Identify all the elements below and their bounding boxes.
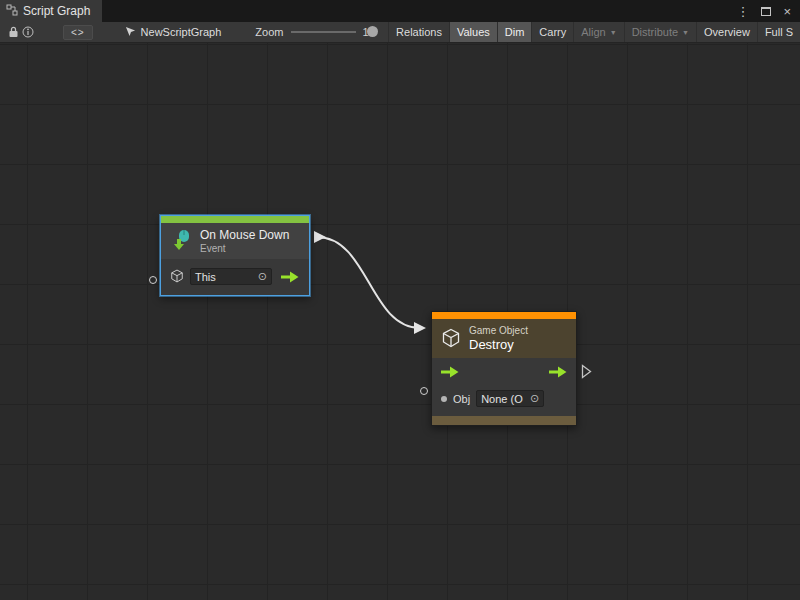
destroy-node-title: Destroy	[469, 337, 528, 352]
distribute-button[interactable]: Distribute▼	[624, 22, 696, 42]
toolbar-buttons: Relations Values Dim Carry Align▼ Distri…	[388, 22, 800, 42]
event-node-header[interactable]: On Mouse Down Event	[161, 223, 309, 259]
wire-end-arrowhead	[414, 322, 426, 334]
relations-button[interactable]: Relations	[388, 22, 449, 42]
maximize-icon[interactable]	[761, 7, 771, 16]
connection-layer	[0, 43, 800, 600]
fullscreen-label: Full S	[765, 26, 793, 38]
destroy-node-accent-bar	[432, 312, 576, 319]
graph-toolbar: <> NewScriptGraph Zoom 1x Relations Valu…	[0, 22, 800, 42]
destroy-output-flow-port[interactable]	[549, 366, 567, 380]
zoom-slider-knob[interactable]	[367, 26, 378, 37]
values-label: Values	[457, 26, 490, 38]
event-node-accent-bar	[161, 216, 309, 223]
destroy-node-header[interactable]: Game Object Destroy	[432, 319, 576, 358]
event-target-port-row: This ⊙	[170, 268, 299, 285]
graph-asset-icon	[125, 26, 136, 39]
destroy-node-body: Obj None (O ⊙	[432, 358, 576, 416]
script-graph-icon	[6, 4, 18, 19]
node-destroy[interactable]: Game Object Destroy Obj None (O ⊙	[431, 311, 577, 426]
code-view-button[interactable]: <>	[63, 25, 93, 40]
graph-name: NewScriptGraph	[141, 26, 222, 38]
game-object-cube-icon	[441, 328, 461, 350]
object-picker-icon[interactable]: ⊙	[530, 392, 539, 405]
event-node-titles: On Mouse Down Event	[200, 228, 289, 254]
lock-icon[interactable]	[6, 26, 20, 38]
info-icon[interactable]	[20, 26, 34, 38]
flow-wire[interactable]	[317, 237, 420, 328]
obj-object-value: None (O	[481, 393, 523, 405]
node-on-mouse-down[interactable]: On Mouse Down Event This ⊙	[160, 215, 310, 296]
obj-port-label: Obj	[453, 393, 470, 405]
wire-start-arrowhead	[314, 231, 326, 243]
obj-value-input-port[interactable]	[420, 387, 428, 395]
destroy-node-pretitle: Game Object	[469, 325, 528, 336]
target-object-field[interactable]: This ⊙	[190, 268, 272, 285]
destroy-node-titles: Game Object Destroy	[469, 325, 528, 352]
destroy-output-port-triangle[interactable]	[581, 364, 592, 379]
close-icon[interactable]: ×	[783, 5, 791, 18]
relations-label: Relations	[396, 26, 442, 38]
titlebar: Script Graph ⋮ ×	[0, 0, 800, 22]
align-label: Align	[581, 26, 605, 38]
chevron-down-icon: ▼	[682, 29, 689, 36]
destroy-obj-port-row: Obj None (O ⊙	[441, 390, 567, 407]
obj-port-dot-icon	[441, 396, 447, 402]
distribute-label: Distribute	[632, 26, 678, 38]
event-target-input-port[interactable]	[149, 276, 157, 284]
window-controls: ⋮ ×	[736, 0, 800, 22]
window-menu-icon[interactable]: ⋮	[736, 5, 749, 18]
destroy-input-flow-port[interactable]	[441, 366, 459, 380]
overview-label: Overview	[704, 26, 750, 38]
obj-object-field[interactable]: None (O ⊙	[476, 390, 544, 407]
event-node-body: This ⊙	[161, 259, 309, 295]
graph-breadcrumb[interactable]: NewScriptGraph	[125, 26, 222, 39]
game-object-cube-icon	[170, 269, 184, 285]
event-output-flow-port[interactable]	[281, 271, 299, 283]
values-button[interactable]: Values	[449, 22, 497, 42]
mouse-down-icon	[169, 228, 193, 254]
zoom-slider-track[interactable]	[291, 31, 356, 33]
destroy-flow-port-row	[441, 365, 567, 381]
carry-label: Carry	[539, 26, 566, 38]
zoom-slider[interactable]	[291, 22, 356, 42]
tab-script-graph[interactable]: Script Graph	[0, 0, 102, 22]
destroy-node-footer-bar	[432, 416, 576, 425]
align-button[interactable]: Align▼	[573, 22, 623, 42]
target-object-value: This	[195, 271, 216, 283]
object-picker-icon[interactable]: ⊙	[258, 270, 267, 283]
carry-button[interactable]: Carry	[531, 22, 573, 42]
dim-label: Dim	[505, 26, 525, 38]
dim-button[interactable]: Dim	[497, 22, 532, 42]
overview-button[interactable]: Overview	[696, 22, 757, 42]
event-node-title: On Mouse Down	[200, 228, 289, 242]
zoom-label: Zoom	[255, 26, 283, 38]
event-node-subtitle: Event	[200, 243, 289, 254]
chevron-down-icon: ▼	[610, 29, 617, 36]
fullscreen-button[interactable]: Full S	[757, 22, 800, 42]
tab-title: Script Graph	[23, 4, 90, 18]
graph-canvas[interactable]: On Mouse Down Event This ⊙	[0, 42, 800, 600]
